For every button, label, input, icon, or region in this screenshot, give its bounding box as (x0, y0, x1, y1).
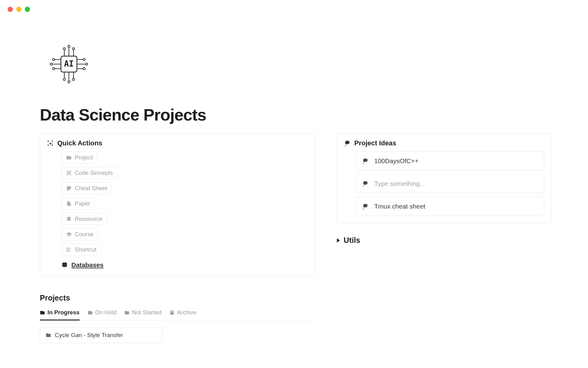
utils-title: Utils (344, 236, 360, 245)
tab-label: Archive (177, 309, 196, 316)
svg-point-27 (67, 250, 68, 252)
quick-action-label: Code Sinnepts (75, 170, 113, 176)
tab-on-hold[interactable]: On Hold (88, 309, 117, 320)
quick-actions-card: Quick Actions Project Code Sinnepts (40, 133, 315, 276)
project-card[interactable]: Cycle Gan - Style Transfer (40, 327, 162, 343)
folder-icon (46, 332, 51, 338)
folder-icon (66, 155, 72, 160)
thought-bubble-icon (362, 203, 369, 210)
quick-action-course[interactable]: Course (62, 228, 98, 240)
quick-action-cheat-sheet[interactable]: Cheat Sheet (62, 182, 112, 194)
tab-label: On Hold (95, 309, 117, 316)
quick-actions-title: Quick Actions (57, 139, 102, 147)
thought-bubble-icon (362, 180, 369, 187)
thought-bubble-icon (362, 158, 369, 164)
graduation-icon (66, 232, 72, 237)
projects-section-title: Projects (40, 293, 315, 302)
quick-action-label: Shortcut (75, 246, 96, 253)
page-title: Data Science Projects (40, 105, 548, 124)
page-icon[interactable]: AI (47, 43, 548, 87)
quick-action-label: Cheat Sheet (75, 185, 107, 192)
window-close-button[interactable] (8, 7, 13, 12)
databases-link[interactable]: Databases (62, 259, 104, 269)
tab-archive[interactable]: Archive (169, 309, 196, 320)
idea-placeholder: Type something... (374, 180, 425, 187)
svg-line-30 (68, 249, 69, 250)
projects-tabs: In Progress On Hold Not Started (40, 309, 315, 320)
quick-action-label: Course (75, 231, 93, 238)
quick-action-code-snippets[interactable]: Code Sinnepts (62, 167, 118, 179)
svg-text:AI: AI (64, 59, 74, 68)
idea-label: 100DaysOfC++ (374, 157, 419, 165)
quick-action-label: Paper (75, 200, 90, 207)
idea-item[interactable]: 100DaysOfC++ (356, 151, 544, 171)
project-card-label: Cycle Gan - Style Transfer (55, 332, 123, 339)
archive-icon (169, 310, 175, 315)
tab-not-started[interactable]: Not Started (124, 309, 161, 320)
quick-action-project[interactable]: Project (62, 151, 97, 164)
quick-action-resource[interactable]: Ressource (62, 213, 107, 225)
cursor-click-icon (47, 140, 54, 147)
command-icon (66, 170, 72, 176)
window-minimize-button[interactable] (16, 7, 21, 12)
quick-action-label: Ressource (75, 216, 103, 222)
project-ideas-title: Project Ideas (354, 139, 396, 147)
project-ideas-card: Project Ideas 100DaysOfC++ Type somethin… (337, 133, 551, 223)
folder-icon (124, 310, 130, 315)
scissors-icon (66, 247, 72, 252)
window-controls (0, 0, 588, 12)
quick-action-label: Project (75, 154, 93, 161)
svg-line-29 (70, 250, 71, 251)
idea-item-new[interactable]: Type something... (356, 174, 544, 193)
idea-label: Tmux cheat sheet (374, 203, 425, 210)
svg-point-26 (67, 247, 68, 249)
databases-label: Databases (71, 261, 104, 269)
idea-item[interactable]: Tmux cheat sheet (356, 197, 544, 216)
caret-right-icon (337, 238, 340, 243)
quick-action-paper[interactable]: Paper (62, 197, 95, 210)
utils-toggle[interactable]: Utils (337, 236, 551, 245)
tab-label: Not Started (132, 309, 161, 316)
bookmark-icon (66, 216, 72, 222)
folder-icon (40, 310, 45, 315)
quick-action-shortcut[interactable]: Shortcut (62, 243, 101, 256)
tab-label: In Progress (47, 309, 80, 316)
window-maximize-button[interactable] (25, 7, 30, 12)
folder-icon (88, 310, 93, 315)
database-icon (62, 262, 68, 268)
document-icon (66, 201, 72, 206)
thought-bubble-icon (344, 140, 351, 147)
tab-in-progress[interactable]: In Progress (40, 309, 80, 320)
note-icon (66, 186, 72, 191)
